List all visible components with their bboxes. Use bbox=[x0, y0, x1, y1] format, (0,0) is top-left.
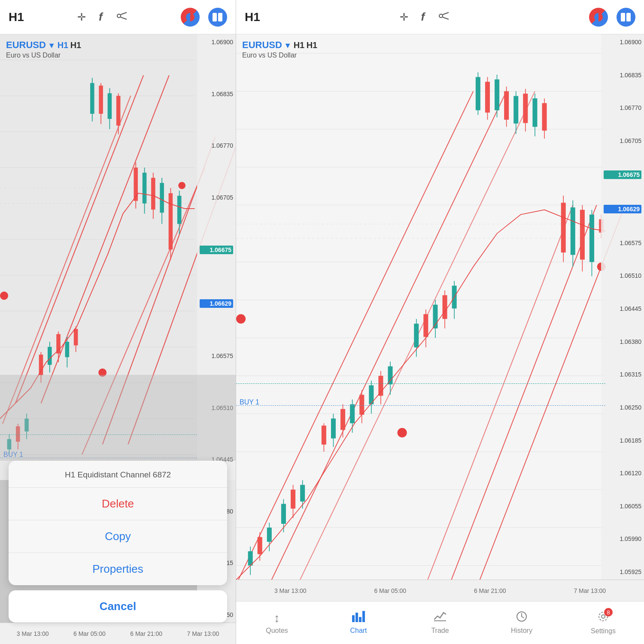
svg-rect-147 bbox=[561, 203, 566, 252]
svg-rect-121 bbox=[414, 324, 419, 347]
right-price-8: 1.06510 bbox=[604, 272, 641, 279]
svg-point-62 bbox=[98, 368, 106, 377]
context-menu-delete[interactable]: Delete bbox=[9, 488, 227, 520]
svg-rect-153 bbox=[589, 215, 594, 262]
right-chart-panel: H1 ✛ f EURUSD ▼ H1 H1 Euro bbox=[236, 0, 644, 644]
left-time-2: 6 Mar 05:00 bbox=[61, 630, 118, 637]
svg-rect-117 bbox=[378, 376, 383, 395]
svg-rect-105 bbox=[322, 425, 326, 444]
svg-rect-133 bbox=[485, 82, 490, 112]
right-chart-svg bbox=[236, 34, 644, 580]
right-drawing-icon[interactable] bbox=[437, 11, 450, 24]
svg-point-64 bbox=[439, 14, 443, 18]
svg-rect-30 bbox=[24, 419, 29, 431]
left-timeframe[interactable]: H1 bbox=[9, 10, 24, 24]
right-price-axis: 1.06900 1.06835 1.06770 1.06705 1.06675 … bbox=[601, 34, 644, 580]
svg-rect-141 bbox=[523, 94, 528, 123]
bottom-navigation: ↕ Quotes Chart Trade bbox=[236, 601, 644, 644]
nav-quotes[interactable]: ↕ Quotes bbox=[236, 608, 318, 638]
svg-point-0 bbox=[117, 14, 121, 18]
trade-icon bbox=[434, 611, 446, 625]
svg-rect-131 bbox=[476, 77, 480, 110]
right-chart-area: EURUSD ▼ H1 H1 Euro vs US Dollar bbox=[236, 34, 644, 580]
svg-rect-60 bbox=[177, 196, 182, 224]
svg-rect-107 bbox=[331, 419, 336, 438]
right-time-3: 6 Mar 21:00 bbox=[440, 587, 540, 594]
svg-rect-163 bbox=[434, 620, 446, 621]
svg-line-166 bbox=[522, 617, 524, 618]
svg-rect-95 bbox=[258, 537, 262, 554]
left-time-4: 7 Mar 13:00 bbox=[175, 630, 231, 637]
context-menu: H1 Equidistant Channel 6872 Delete Copy … bbox=[9, 461, 227, 585]
svg-rect-42 bbox=[90, 83, 94, 114]
right-toolbar-right bbox=[589, 8, 635, 27]
layout-icon[interactable] bbox=[208, 8, 227, 27]
trade-label: Trade bbox=[431, 627, 449, 635]
theme-toggle-icon[interactable] bbox=[181, 8, 200, 27]
settings-badge: 8 bbox=[604, 608, 613, 617]
svg-rect-135 bbox=[495, 79, 499, 110]
right-time-2: 6 Mar 05:00 bbox=[340, 587, 440, 594]
settings-badge-container: 8 bbox=[597, 611, 609, 626]
left-price-4: 1.06705 bbox=[200, 194, 233, 201]
svg-line-65 bbox=[443, 12, 449, 15]
nav-chart[interactable]: Chart bbox=[318, 608, 399, 638]
svg-rect-151 bbox=[580, 210, 585, 260]
right-crosshair-icon[interactable]: ✛ bbox=[400, 11, 408, 23]
left-buy-level-line bbox=[0, 458, 197, 458]
right-buy-level-line bbox=[236, 405, 605, 406]
left-buy-label: BUY 1 bbox=[3, 451, 23, 459]
left-pair-label: EURUSD ▼ H1 H1 Euro vs US Dollar bbox=[6, 39, 81, 59]
svg-rect-48 bbox=[116, 96, 121, 125]
nav-trade[interactable]: Trade bbox=[399, 608, 481, 638]
right-price-3: 1.06770 bbox=[604, 104, 641, 111]
svg-rect-161 bbox=[359, 617, 361, 622]
left-toolbar-icons: ✛ f bbox=[37, 10, 168, 24]
svg-rect-58 bbox=[169, 193, 173, 249]
svg-rect-4 bbox=[218, 13, 222, 21]
crosshair-icon[interactable]: ✛ bbox=[77, 11, 86, 23]
right-layout-icon[interactable] bbox=[617, 8, 635, 27]
svg-rect-111 bbox=[350, 404, 355, 423]
right-theme-icon[interactable] bbox=[589, 8, 608, 27]
svg-rect-46 bbox=[108, 93, 112, 119]
nav-history[interactable]: History bbox=[481, 608, 562, 638]
left-time-3: 6 Mar 21:00 bbox=[118, 630, 175, 637]
chart-icon bbox=[352, 611, 365, 625]
svg-rect-139 bbox=[513, 96, 518, 124]
right-toolbar: H1 ✛ f bbox=[236, 0, 644, 34]
svg-point-167 bbox=[601, 615, 605, 618]
right-price-10: 1.06380 bbox=[604, 338, 641, 345]
right-time-axis: 3 Mar 13:00 6 Mar 05:00 6 Mar 21:00 7 Ma… bbox=[236, 580, 644, 601]
left-price-8: 1.06510 bbox=[200, 404, 233, 411]
left-time-axis: 3 Mar 13:00 6 Mar 05:00 6 Mar 21:00 7 Ma… bbox=[0, 623, 236, 644]
nav-settings[interactable]: 8 Settings bbox=[562, 607, 644, 638]
svg-rect-145 bbox=[542, 103, 547, 131]
svg-line-66 bbox=[443, 17, 449, 19]
drawing-icon[interactable] bbox=[115, 11, 128, 24]
right-function-icon[interactable]: f bbox=[421, 10, 425, 24]
svg-rect-123 bbox=[423, 314, 428, 337]
svg-rect-34 bbox=[48, 347, 52, 365]
svg-rect-38 bbox=[65, 342, 70, 357]
left-price-1: 1.06900 bbox=[200, 39, 233, 46]
right-green-level-line bbox=[236, 383, 605, 384]
svg-point-157 bbox=[398, 428, 407, 437]
svg-rect-67 bbox=[621, 13, 625, 21]
context-menu-properties[interactable]: Properties bbox=[9, 553, 227, 585]
svg-rect-97 bbox=[267, 528, 272, 542]
quotes-icon: ↕ bbox=[274, 611, 280, 625]
right-price-12: 1.06250 bbox=[604, 404, 641, 411]
svg-rect-137 bbox=[504, 91, 509, 120]
left-toolbar: H1 ✛ f bbox=[0, 0, 236, 34]
svg-line-2 bbox=[121, 17, 127, 19]
right-toolbar-icons: ✛ f bbox=[273, 10, 576, 24]
left-price-2: 1.06835 bbox=[200, 91, 233, 97]
right-timeframe[interactable]: H1 bbox=[245, 10, 260, 24]
right-time-4: 7 Mar 13:00 bbox=[540, 587, 640, 594]
context-menu-copy[interactable]: Copy bbox=[9, 520, 227, 553]
left-price-5: 1.06675 bbox=[200, 246, 233, 254]
svg-rect-143 bbox=[532, 98, 537, 127]
function-icon[interactable]: f bbox=[99, 10, 103, 24]
context-menu-cancel[interactable]: Cancel bbox=[9, 590, 227, 623]
